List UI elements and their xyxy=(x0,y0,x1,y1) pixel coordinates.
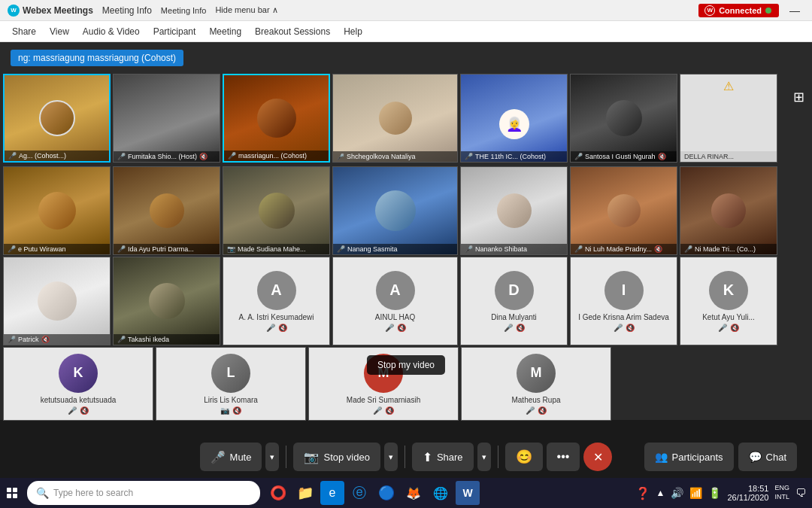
avatar-igede: I xyxy=(604,271,644,310)
connected-dot xyxy=(765,8,771,14)
end-button[interactable]: ✕ xyxy=(583,443,612,471)
taskbar-app1[interactable]: 🦊 xyxy=(401,481,426,505)
video-row-1: 🎤 Ag... (Cohost...) 🎤 Fumitaka Shio... (… xyxy=(0,74,812,164)
video-cell-nanang: 🎤 Nanang Sasmita xyxy=(332,166,458,255)
taskbar-word[interactable]: W xyxy=(456,481,480,505)
name-fumitaka: 🎤 Fumitaka Shio... (Host) 🔇 xyxy=(114,151,220,162)
taskbar-up-arrow[interactable]: ▲ xyxy=(656,488,665,498)
taskbar-cortana[interactable]: ⭕ xyxy=(266,481,290,505)
video-row-2: 🎤 e Putu Wirawan 🎤 Ida Ayu Putri Darma..… xyxy=(0,164,812,254)
emoji-button[interactable]: 😊 xyxy=(505,443,543,471)
video-cell-massri: 🎤 massriagun... (Cohost) xyxy=(223,74,330,163)
taskbar-battery: 🔋 xyxy=(708,487,721,499)
name-niluh: 🎤 Ni Luh Made Pradny... 🔇 xyxy=(571,244,677,254)
video-cell-nananko: 🎤 Nananko Shibata xyxy=(460,166,568,255)
warning-icon: ⚠ xyxy=(723,79,734,93)
menu-audio-video[interactable]: Audio & Video xyxy=(77,25,146,38)
separator-3 xyxy=(498,446,498,468)
taskbar-apps: ⭕ 📁 e ⓔ 🔵 🦊 🌐 W xyxy=(266,481,480,505)
hide-menu-btn[interactable]: Hide menu bar ∧ xyxy=(215,5,277,15)
stop-video-dropdown[interactable]: ▾ xyxy=(384,443,398,471)
search-placeholder: Type here to search xyxy=(53,488,133,498)
taskbar-files[interactable]: 📁 xyxy=(293,481,317,505)
video-cell-takashi: 🎤 Takashi Ikeda xyxy=(113,257,220,345)
video-cell-nimade: 🎤 Ni Made Tri... (Co...) xyxy=(680,166,777,255)
top-bar: W Webex Meetings Meeting Info Meeting In… xyxy=(0,0,812,21)
windows-icon xyxy=(7,488,17,498)
meeting-info-label[interactable]: Meeting Info xyxy=(161,6,207,15)
menu-breakout-sessions[interactable]: Breakout Sessions xyxy=(249,25,336,38)
meeting-info-btn[interactable]: Meeting Info xyxy=(102,5,152,16)
mic-icon: 🎤 xyxy=(211,450,226,464)
emoji-icon: 😊 xyxy=(516,449,532,465)
name-made: 📷 Made Sudiana Mahe... xyxy=(223,244,329,254)
share-button[interactable]: ⬆ Share xyxy=(412,443,474,471)
share-label: Share xyxy=(437,452,463,463)
video-cell-matheus: M Matheus Rupa 🎤🔇 xyxy=(461,347,611,421)
taskbar-ie[interactable]: ⓔ xyxy=(347,481,371,505)
app-name: Webex Meetings xyxy=(23,5,93,16)
name-santosa: 🎤 Santosa I Gusti Ngurah 🔇 xyxy=(571,151,677,162)
name-shche: 🎤 Shchegolkova Nataliya xyxy=(333,151,457,162)
name-ketutsuada: ketutsuada ketutsuada xyxy=(38,396,120,404)
stop-video-button[interactable]: 📷 Stop video xyxy=(293,443,380,471)
name-igede: I Gede Krisna Arim Sadeva xyxy=(575,313,672,321)
name-liris: Liris Lis Komara xyxy=(201,396,261,404)
taskbar-network[interactable]: 🔊 xyxy=(671,487,683,499)
more-button[interactable]: ••• xyxy=(547,443,580,471)
separator-1 xyxy=(286,446,286,468)
video-cell-niluh: 🎤 Ni Luh Made Pradny... 🔇 xyxy=(570,166,677,255)
video-cell-11th: 🏖️ 👩‍🦳 🎤 THE 11th IC... (Cohost) xyxy=(460,74,568,163)
avatar-dina: D xyxy=(495,271,534,310)
name-aa-istri: A. A. Istri Kesumadewi xyxy=(235,313,317,321)
taskbar-search[interactable]: 🔍 Type here to search xyxy=(27,481,260,505)
taskbar-search-icon: 🔍 xyxy=(36,487,49,499)
camera-icon: 📷 xyxy=(304,450,319,464)
mute-button[interactable]: 🎤 Mute xyxy=(200,443,262,471)
menu-meeting[interactable]: Meeting xyxy=(203,25,247,38)
taskbar-help[interactable]: ❓ xyxy=(635,486,650,500)
avatar-aa-istri: A xyxy=(257,271,296,310)
mute-dropdown[interactable]: ▾ xyxy=(265,443,279,471)
name-takashi: 🎤 Takashi Ikeda xyxy=(114,334,220,345)
avatar-ainul: A xyxy=(376,271,415,310)
separator-2 xyxy=(404,446,405,468)
name-dina: Dina Mulyanti xyxy=(488,313,540,321)
name-della: DELLA RINAR... xyxy=(680,151,777,162)
chat-button[interactable]: 💬 Chat xyxy=(738,443,797,471)
windows-start-button[interactable] xyxy=(0,481,24,505)
video-cell-fumitaka: 🎤 Fumitaka Shio... (Host) 🔇 xyxy=(113,74,220,163)
menu-help[interactable]: Help xyxy=(338,25,368,38)
video-cell-ag: 🎤 Ag... (Cohost...) xyxy=(3,74,111,163)
name-ketut: Ketut Ayu Yuli... xyxy=(699,313,758,321)
name-nimade: 🎤 Ni Made Tri... (Co...) xyxy=(680,244,777,254)
video-cell-ketutsuada: K ketutsuada ketutsuada 🎤🔇 xyxy=(3,347,153,421)
taskbar: 🔍 Type here to search ⭕ 📁 e ⓔ 🔵 🦊 🌐 W ❓ … xyxy=(0,478,812,508)
top-bar-left: W Webex Meetings Meeting Info Meeting In… xyxy=(8,5,278,17)
video-cell-santosa: 🎤 Santosa I Gusti Ngurah 🔇 xyxy=(570,74,677,163)
taskbar-notification[interactable]: 🗨 xyxy=(795,487,806,499)
taskbar-edge[interactable]: e xyxy=(320,481,344,505)
stop-video-tooltip: Stop my video xyxy=(367,355,445,375)
name-nananko: 🎤 Nananko Shibata xyxy=(461,244,567,254)
mute-label: Mute xyxy=(230,452,252,463)
minimize-btn[interactable]: — xyxy=(785,5,804,17)
video-cell-igede: I I Gede Krisna Arim Sadeva 🎤🔇 xyxy=(570,257,677,345)
taskbar-app2[interactable]: 🌐 xyxy=(429,481,453,505)
name-ainul: AINUL HAQ xyxy=(372,313,419,321)
menu-share[interactable]: Share xyxy=(6,25,42,38)
menu-participant[interactable]: Participant xyxy=(147,25,202,38)
share-dropdown[interactable]: ▾ xyxy=(477,443,491,471)
taskbar-chrome[interactable]: 🔵 xyxy=(374,481,398,505)
taskbar-right: ❓ ▲ 🔊 📶 🔋 18:51 26/11/2020 ENG INTL 🗨 xyxy=(635,484,812,502)
menu-view[interactable]: View xyxy=(44,25,75,38)
grid-icon[interactable]: ⊞ xyxy=(793,89,804,105)
video-row-3: 🎤 Patrick 🔇 🎤 Takashi Ikeda A A. A. Istr… xyxy=(0,254,812,345)
name-putu: 🎤 e Putu Wirawan xyxy=(4,244,110,254)
taskbar-volume[interactable]: 📶 xyxy=(689,487,702,499)
participants-label: Participants xyxy=(672,452,723,463)
participants-button[interactable]: 👥 Participants xyxy=(644,443,734,471)
video-cell-patrick: 🎤 Patrick 🔇 xyxy=(3,257,111,345)
video-cell-della: ⚠ DELLA RINAR... xyxy=(680,74,777,163)
taskbar-time: 18:51 26/11/2020 xyxy=(727,484,768,502)
